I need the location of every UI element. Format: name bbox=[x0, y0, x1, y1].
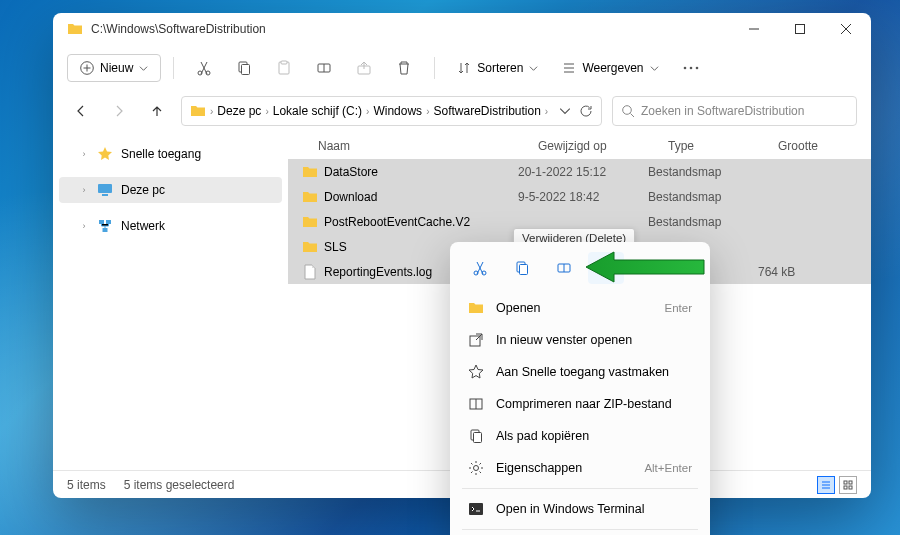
file-name: Download bbox=[324, 190, 377, 204]
star-icon bbox=[97, 146, 113, 162]
minimize-button[interactable] bbox=[731, 13, 777, 45]
ctx-item-label: Comprimeren naar ZIP-bestand bbox=[496, 397, 692, 411]
ctx-open[interactable]: Openen Enter bbox=[456, 292, 704, 324]
back-button[interactable] bbox=[67, 97, 95, 125]
ctx-pin-quick-access[interactable]: Aan Snelle toegang vastmaken bbox=[456, 356, 704, 388]
breadcrumb-item[interactable]: Lokale schijf (C:) bbox=[273, 104, 362, 118]
file-modified: 9-5-2022 18:42 bbox=[518, 190, 648, 204]
column-headers[interactable]: Naam Gewijzigd op Type Grootte bbox=[288, 131, 871, 159]
titlebar: C:\Windows\SoftwareDistribution bbox=[53, 13, 871, 45]
delete-button[interactable] bbox=[386, 50, 422, 86]
chevron-right-icon: › bbox=[366, 106, 369, 117]
ctx-copy-path[interactable]: Als pad kopiëren bbox=[456, 420, 704, 452]
window-title: C:\Windows\SoftwareDistribution bbox=[91, 22, 266, 36]
chevron-right-icon: › bbox=[79, 149, 89, 159]
file-type: Bestandsmap bbox=[648, 190, 758, 204]
svg-point-12 bbox=[695, 67, 698, 70]
search-input[interactable]: Zoeken in SoftwareDistribution bbox=[612, 96, 857, 126]
new-button[interactable]: Nieuw bbox=[67, 54, 161, 82]
ctx-rename-button[interactable] bbox=[546, 252, 582, 284]
paste-button[interactable] bbox=[266, 50, 302, 86]
svg-rect-0 bbox=[796, 25, 805, 34]
details-view-button[interactable] bbox=[817, 476, 835, 494]
sort-label: Sorteren bbox=[477, 61, 523, 75]
forward-button[interactable] bbox=[105, 97, 133, 125]
svg-rect-21 bbox=[844, 486, 847, 489]
column-type[interactable]: Type bbox=[668, 139, 778, 153]
svg-rect-15 bbox=[102, 194, 108, 196]
sort-icon bbox=[457, 61, 471, 75]
list-icon bbox=[562, 61, 576, 75]
close-button[interactable] bbox=[823, 13, 869, 45]
table-row[interactable]: DataStore 20-1-2022 15:12 Bestandsmap bbox=[288, 159, 871, 184]
breadcrumb-item[interactable]: SoftwareDistribution bbox=[433, 104, 540, 118]
ctx-item-accel: Alt+Enter bbox=[644, 462, 692, 474]
ctx-item-accel: Enter bbox=[665, 302, 693, 314]
sidebar-item-this-pc[interactable]: › Deze pc bbox=[59, 177, 282, 203]
monitor-icon bbox=[97, 182, 113, 198]
new-label: Nieuw bbox=[100, 61, 133, 75]
svg-rect-7 bbox=[281, 61, 287, 64]
more-button[interactable] bbox=[673, 50, 709, 86]
column-size[interactable]: Grootte bbox=[778, 139, 861, 153]
table-row[interactable]: Download 9-5-2022 18:42 Bestandsmap bbox=[288, 184, 871, 209]
ctx-item-label: Eigenschappen bbox=[496, 461, 632, 475]
cut-button[interactable] bbox=[186, 50, 222, 86]
file-icon bbox=[302, 264, 318, 280]
context-menu: Openen Enter In nieuw venster openen Aan… bbox=[450, 242, 710, 535]
file-name: DataStore bbox=[324, 165, 378, 179]
up-button[interactable] bbox=[143, 97, 171, 125]
breadcrumb[interactable]: › Deze pc › Lokale schijf (C:) › Windows… bbox=[181, 96, 602, 126]
open-new-icon bbox=[468, 332, 484, 348]
sidebar-item-label: Deze pc bbox=[121, 183, 165, 197]
ctx-compress-zip[interactable]: Comprimeren naar ZIP-bestand bbox=[456, 388, 704, 420]
ctx-copy-button[interactable] bbox=[504, 252, 540, 284]
separator bbox=[173, 57, 174, 79]
share-button[interactable] bbox=[346, 50, 382, 86]
ctx-open-terminal[interactable]: Open in Windows Terminal bbox=[456, 493, 704, 525]
svg-rect-19 bbox=[844, 481, 847, 484]
copy-button[interactable] bbox=[226, 50, 262, 86]
breadcrumb-item[interactable]: Deze pc bbox=[217, 104, 261, 118]
chevron-right-icon: › bbox=[545, 106, 548, 117]
folder-icon bbox=[302, 239, 318, 255]
breadcrumb-item[interactable]: Windows bbox=[373, 104, 422, 118]
svg-rect-17 bbox=[106, 220, 111, 224]
ctx-delete-button[interactable] bbox=[588, 252, 624, 284]
folder-icon bbox=[190, 103, 206, 119]
chevron-right-icon: › bbox=[210, 106, 213, 117]
sort-button[interactable]: Sorteren bbox=[447, 55, 548, 81]
file-modified: 20-1-2022 15:12 bbox=[518, 165, 648, 179]
folder-icon bbox=[302, 214, 318, 230]
view-toggles bbox=[817, 476, 857, 494]
sidebar-item-label: Netwerk bbox=[121, 219, 165, 233]
sidebar-item-quick-access[interactable]: › Snelle toegang bbox=[59, 141, 282, 167]
chevron-down-icon bbox=[650, 64, 659, 73]
refresh-icon[interactable] bbox=[579, 104, 593, 118]
file-name: SLS bbox=[324, 240, 347, 254]
chevron-down-icon[interactable] bbox=[559, 105, 571, 117]
column-name[interactable]: Naam bbox=[318, 139, 538, 153]
chevron-down-icon bbox=[529, 64, 538, 73]
item-count: 5 items bbox=[67, 478, 106, 492]
context-icon-row bbox=[456, 248, 704, 292]
column-modified[interactable]: Gewijzigd op bbox=[538, 139, 668, 153]
sidebar-item-network[interactable]: › Netwerk bbox=[59, 213, 282, 239]
svg-point-10 bbox=[683, 67, 686, 70]
svg-point-11 bbox=[689, 67, 692, 70]
ctx-properties[interactable]: Eigenschappen Alt+Enter bbox=[456, 452, 704, 484]
rename-button[interactable] bbox=[306, 50, 342, 86]
address-bar: › Deze pc › Lokale schijf (C:) › Windows… bbox=[53, 91, 871, 131]
separator bbox=[462, 488, 698, 489]
svg-rect-22 bbox=[849, 486, 852, 489]
view-button[interactable]: Weergeven bbox=[552, 55, 668, 81]
svg-rect-26 bbox=[520, 265, 528, 275]
ctx-open-new-window[interactable]: In nieuw venster openen bbox=[456, 324, 704, 356]
zip-icon bbox=[468, 396, 484, 412]
grid-view-button[interactable] bbox=[839, 476, 857, 494]
ctx-cut-button[interactable] bbox=[462, 252, 498, 284]
folder-icon bbox=[67, 21, 83, 37]
maximize-button[interactable] bbox=[777, 13, 823, 45]
chevron-right-icon: › bbox=[426, 106, 429, 117]
chevron-down-icon bbox=[139, 64, 148, 73]
